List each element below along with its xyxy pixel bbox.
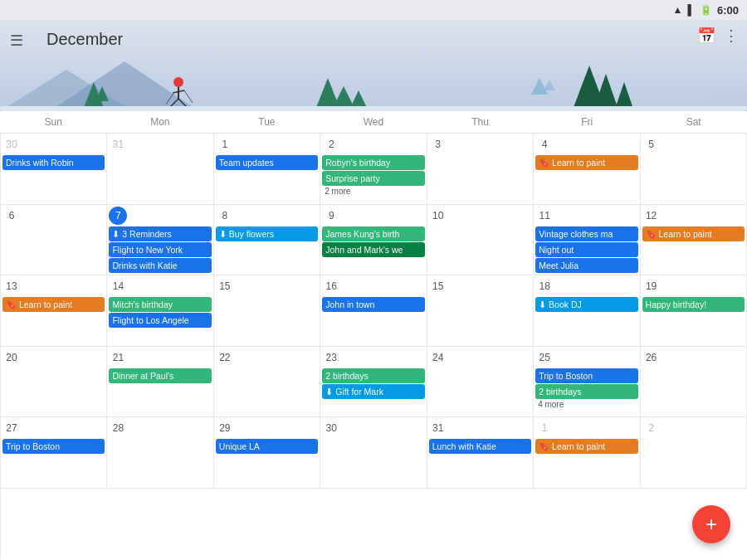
calendar-cell[interactable]: 11Vintage clothes maNight outMeet Julia <box>534 205 640 276</box>
event-pill[interactable]: James Kung's birth <box>322 226 424 241</box>
date-number: 14 <box>109 277 127 295</box>
calendar-cell[interactable]: 12🔖 Learn to paint <box>641 205 747 276</box>
calendar-cell[interactable]: 30Drinks with Robin <box>1 134 107 205</box>
calendar-cell[interactable]: 19Happy birthday! <box>641 275 747 347</box>
calendar-cell[interactable]: 29Unique LA <box>214 417 320 489</box>
calendar-cell[interactable]: 4🔖 Learn to paint <box>534 134 640 205</box>
calendar-cell[interactable]: 1Team updates <box>214 134 320 205</box>
day-header-sun: Sun <box>0 114 107 129</box>
calendar-cell[interactable]: 21Dinner at Paul's <box>107 347 213 418</box>
calendar-cell[interactable]: 14Mitch's birthdayFlight to Los Angele <box>107 275 213 347</box>
calendar-cell[interactable]: 7⬇ 3 RemindersFlight to New YorkDrinks w… <box>107 205 213 276</box>
event-pill[interactable]: 🔖 Learn to paint <box>535 439 637 454</box>
event-pill[interactable]: ⬇ 3 Reminders <box>109 226 211 241</box>
calendar-icon[interactable]: 📅 <box>697 27 715 45</box>
date-number: 23 <box>322 348 340 367</box>
status-bar: ▲ ▌ 🔋 6:00 <box>0 0 747 20</box>
event-pill[interactable]: Vintage clothes ma <box>535 226 637 241</box>
calendar-cell[interactable]: 16John in town <box>320 275 427 347</box>
event-pill[interactable]: Unique LA <box>216 439 318 454</box>
calendar-cell[interactable]: 28 <box>107 417 213 489</box>
calendar-cell[interactable]: 26 <box>641 347 747 418</box>
day-header-wed: Wed <box>320 114 427 129</box>
date-number: 19 <box>642 277 661 295</box>
calendar-cell[interactable]: 18⬇ Book DJ <box>534 275 640 347</box>
event-pill[interactable]: Trip to Boston <box>2 439 105 454</box>
date-number: 6 <box>2 207 21 225</box>
event-pill[interactable]: Lunch with Katie <box>429 439 531 454</box>
calendar-cell[interactable]: 31 <box>107 134 213 205</box>
event-pill[interactable]: Robyn's birthday <box>322 155 424 170</box>
event-pill[interactable]: 2 birthdays <box>535 384 637 399</box>
date-number: 2 <box>322 135 340 153</box>
date-number: 16 <box>322 277 340 295</box>
calendar-cell[interactable]: 232 birthdays⬇ Gift for Mark <box>320 347 427 418</box>
date-number: 28 <box>109 419 127 437</box>
calendar-cell[interactable]: 3 <box>427 134 534 205</box>
event-pill[interactable]: ⬇ Buy flowers <box>216 226 318 241</box>
calendar-cell[interactable]: 25Trip to Boston2 birthdays4 more <box>534 347 640 418</box>
event-pill[interactable]: Surprise party <box>322 171 424 186</box>
signal-icon: ▌ <box>687 4 695 16</box>
calendar-cell[interactable]: 5 <box>641 134 747 205</box>
more-events[interactable]: 2 more <box>322 187 424 196</box>
calendar-cell[interactable]: 8⬇ Buy flowers <box>214 205 320 276</box>
more-events[interactable]: 4 more <box>535 400 637 409</box>
event-pill[interactable]: ⬇ Book DJ <box>535 297 637 312</box>
date-number: 18 <box>535 277 554 295</box>
calendar-cell[interactable]: 31Lunch with Katie <box>427 417 534 489</box>
event-pill[interactable]: Mitch's birthday <box>109 297 211 312</box>
event-pill[interactable]: 🔖 Learn to paint <box>2 297 105 312</box>
event-pill[interactable]: Team updates <box>216 155 318 170</box>
date-number: 4 <box>535 135 554 153</box>
event-pill[interactable]: Night out <box>535 242 637 257</box>
date-number: 15 <box>429 277 447 295</box>
calendar-cell[interactable]: 22 <box>214 347 320 418</box>
date-number: 31 <box>109 135 127 153</box>
event-pill[interactable]: 2 birthdays <box>322 368 424 383</box>
date-number: 9 <box>322 207 340 225</box>
date-number: 22 <box>216 348 234 367</box>
event-pill[interactable]: Flight to Los Angele <box>109 313 211 328</box>
calendar-cell[interactable]: 24 <box>427 347 534 418</box>
calendar-cell[interactable]: 2Robyn's birthdaySurprise party2 more <box>320 134 427 205</box>
calendar-cell[interactable]: 30 <box>320 417 427 489</box>
date-number: 8 <box>216 207 234 225</box>
calendar-cell[interactable]: 27Trip to Boston <box>1 417 107 489</box>
date-number: 11 <box>535 207 554 225</box>
event-pill[interactable]: John in town <box>322 297 424 312</box>
date-number: 12 <box>642 207 661 225</box>
calendar-cell[interactable]: 1🔖 Learn to paint <box>534 417 640 489</box>
event-pill[interactable]: Trip to Boston <box>535 368 637 383</box>
add-event-fab[interactable]: + <box>692 505 730 543</box>
date-number: 21 <box>109 348 127 367</box>
event-pill[interactable]: 🔖 Learn to paint <box>642 226 745 241</box>
time-display: 6:00 <box>717 4 739 17</box>
event-pill[interactable]: ⬇ Gift for Mark <box>322 384 424 399</box>
date-number: 31 <box>429 419 447 437</box>
date-number: 30 <box>322 419 340 437</box>
event-pill[interactable]: Drinks with Katie <box>109 258 211 273</box>
calendar-cell[interactable]: 9James Kung's birthJohn and Mark's we <box>320 205 427 276</box>
calendar-cell[interactable]: 20 <box>1 347 107 418</box>
calendar-cell[interactable]: 13🔖 Learn to paint <box>1 275 107 347</box>
wifi-icon: ▲ <box>673 4 683 16</box>
calendar-cell[interactable]: 15 <box>214 275 320 347</box>
event-pill[interactable]: Dinner at Paul's <box>109 368 211 383</box>
date-number: 30 <box>2 135 21 153</box>
event-pill[interactable]: Drinks with Robin <box>2 155 105 170</box>
event-pill[interactable]: Happy birthday! <box>642 297 745 312</box>
event-pill[interactable]: John and Mark's we <box>322 242 424 257</box>
more-options-icon[interactable]: ⋮ <box>724 27 739 45</box>
date-number: 1 <box>535 419 554 437</box>
event-pill[interactable]: 🔖 Learn to paint <box>535 155 637 170</box>
calendar-cell[interactable]: 6 <box>1 205 107 276</box>
date-number: 26 <box>642 348 661 367</box>
date-number: 13 <box>2 277 21 295</box>
calendar-cell[interactable]: 10 <box>427 205 534 276</box>
event-pill[interactable]: Meet Julia <box>535 258 637 273</box>
plus-icon: + <box>706 513 717 536</box>
calendar-cell[interactable]: 2 <box>641 417 747 489</box>
calendar-cell[interactable]: 15 <box>427 275 534 347</box>
event-pill[interactable]: Flight to New York <box>109 242 211 257</box>
